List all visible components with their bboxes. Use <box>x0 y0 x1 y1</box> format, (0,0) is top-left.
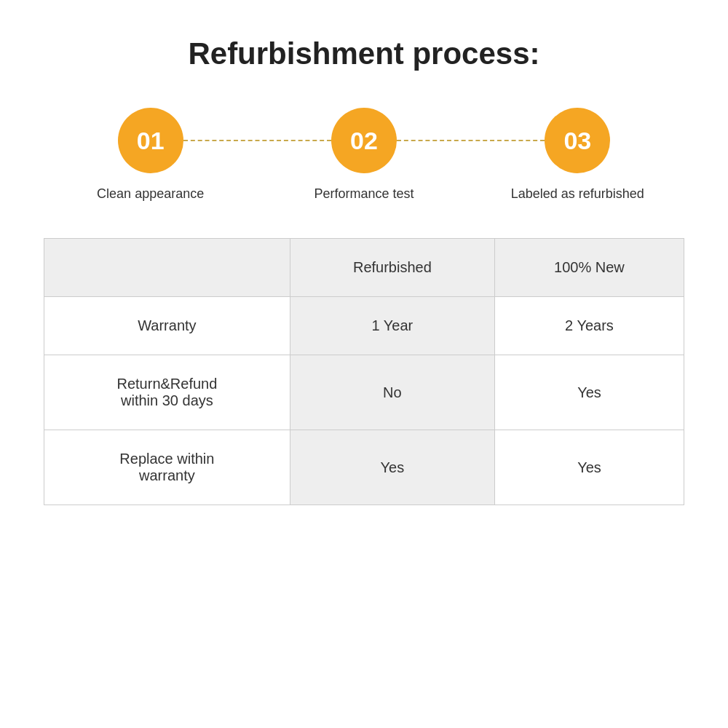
table-header-row: Refurbished 100% New <box>44 239 684 297</box>
step-2: 02 Performance test <box>257 108 470 202</box>
row-replace-label: Replace within warranty <box>44 430 290 505</box>
row-warranty-new: 2 Years <box>494 297 684 355</box>
step-1-circle: 01 <box>118 108 183 173</box>
row-warranty-refurbished: 1 Year <box>290 297 494 355</box>
step-3-circle: 03 <box>545 108 610 173</box>
table-row: Return&Refund within 30 days No Yes <box>44 355 684 430</box>
connector-2 <box>397 140 545 141</box>
step-1-label: Clean appearance <box>97 186 204 202</box>
step-2-label: Performance test <box>314 186 414 202</box>
table-row: Warranty 1 Year 2 Years <box>44 297 684 355</box>
col-header-empty <box>44 239 290 297</box>
process-section: 01 Clean appearance 02 Performance test … <box>44 108 684 202</box>
table-row: Replace within warranty Yes Yes <box>44 430 684 505</box>
step-3-label: Labeled as refurbished <box>511 186 644 202</box>
step-2-number: 02 <box>350 127 378 155</box>
page-title: Refurbishment process: <box>188 36 539 71</box>
step-2-circle: 02 <box>331 108 397 173</box>
comparison-table: Refurbished 100% New Warranty 1 Year 2 Y… <box>44 238 684 505</box>
step-3-number: 03 <box>563 127 591 155</box>
step-1-number: 01 <box>137 127 165 155</box>
col-header-refurbished: Refurbished <box>290 239 494 297</box>
row-replace-new: Yes <box>494 430 684 505</box>
row-return-new: Yes <box>494 355 684 430</box>
step-1: 01 Clean appearance <box>44 108 257 202</box>
row-return-label: Return&Refund within 30 days <box>44 355 290 430</box>
row-replace-refurbished: Yes <box>290 430 494 505</box>
row-return-refurbished: No <box>290 355 494 430</box>
row-warranty-label: Warranty <box>44 297 290 355</box>
col-header-new: 100% New <box>494 239 684 297</box>
step-3: 03 Labeled as refurbished <box>471 108 684 202</box>
connector-1 <box>183 140 331 141</box>
